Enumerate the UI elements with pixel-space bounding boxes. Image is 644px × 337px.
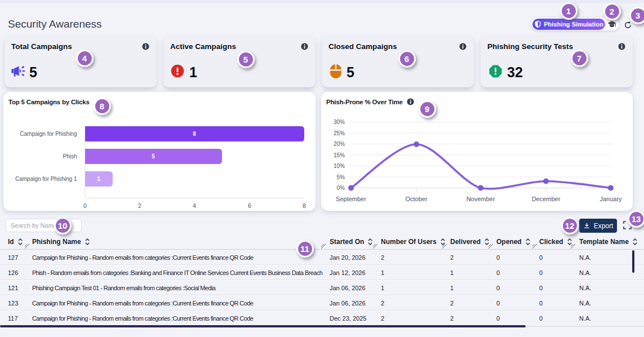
- svg-text:1: 1: [97, 176, 100, 182]
- svg-text:25%: 25%: [334, 130, 345, 136]
- svg-text:15%: 15%: [334, 152, 345, 158]
- svg-text:October: October: [405, 196, 427, 202]
- svg-text:January: January: [599, 196, 622, 202]
- svg-text:6: 6: [248, 202, 251, 209]
- svg-text:0: 0: [83, 202, 87, 209]
- svg-text:November: November: [467, 196, 495, 202]
- svg-text:4: 4: [193, 202, 196, 209]
- svg-text:Campaign for Phishing: Campaign for Phishing: [20, 131, 77, 137]
- svg-text:8: 8: [303, 202, 306, 209]
- svg-text:0%: 0%: [337, 185, 345, 191]
- svg-text:Phish: Phish: [63, 153, 77, 159]
- svg-text:30%: 30%: [334, 119, 345, 125]
- svg-text:December: December: [532, 196, 561, 202]
- svg-text:Campaign for Phishing 1: Campaign for Phishing 1: [15, 176, 77, 182]
- svg-text:20%: 20%: [334, 141, 345, 147]
- svg-text:10%: 10%: [334, 163, 345, 169]
- svg-text:5%: 5%: [337, 174, 345, 180]
- svg-text:8: 8: [193, 131, 196, 137]
- svg-text:September: September: [336, 196, 366, 202]
- svg-text:2: 2: [138, 202, 141, 209]
- svg-text:5: 5: [152, 153, 155, 159]
